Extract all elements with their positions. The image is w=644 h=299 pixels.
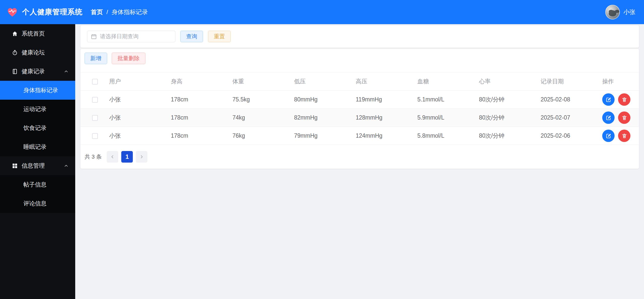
table-cell: 119mmHg — [356, 91, 417, 109]
app-header: 个人健康管理系统 首页 / 身体指标记录 小张 — [0, 0, 644, 24]
chevron-up-icon — [64, 69, 69, 74]
reset-button[interactable]: 重置 — [208, 31, 231, 42]
pagination-total: 共 3 条 — [85, 153, 102, 161]
row-actions-cell — [602, 109, 639, 127]
sidebar-item-label: 帖子信息 — [23, 181, 47, 189]
sidebar-item-label: 睡眠记录 — [23, 143, 47, 151]
main-content: 请选择日期查询 查询 重置 新增 批量删除 用户 身高 体重 — [80, 25, 639, 169]
sidebar-item-diet-records[interactable]: 饮食记录 — [0, 119, 75, 137]
sidebar-item-home[interactable]: 系统首页 — [0, 24, 75, 43]
sidebar-item-label: 系统首页 — [22, 30, 45, 38]
sidebar-item-label: 饮食记录 — [23, 124, 47, 132]
add-button[interactable]: 新增 — [85, 53, 107, 64]
batch-delete-button[interactable]: 批量删除 — [112, 53, 145, 64]
sidebar-item-forum[interactable]: 健康论坛 — [0, 43, 75, 62]
app-logo: 个人健康管理系统 — [0, 6, 83, 18]
sidebar-item-label: 身体指标记录 — [23, 86, 58, 94]
column-header-weight: 体重 — [232, 72, 294, 91]
edit-button[interactable] — [602, 93, 615, 106]
pagination: 共 3 条 1 — [80, 145, 639, 169]
table-cell: 80次/分钟 — [479, 91, 541, 109]
grid-icon — [12, 163, 18, 169]
row-select-cell — [80, 127, 109, 145]
table-cell: 80mmHg — [294, 91, 356, 109]
table-cell: 178cm — [171, 109, 232, 127]
delete-button[interactable] — [618, 130, 630, 142]
row-actions-cell — [602, 127, 639, 145]
health-records-submenu: 身体指标记录 运动记录 饮食记录 睡眠记录 — [0, 81, 75, 156]
query-button[interactable]: 查询 — [180, 31, 203, 42]
sidebar-group-info-management[interactable]: 信息管理 — [0, 156, 75, 175]
sidebar-item-label: 运动记录 — [23, 105, 47, 113]
sidebar-item-sleep-records[interactable]: 睡眠记录 — [0, 137, 75, 156]
chevron-up-icon — [64, 163, 69, 168]
app-title: 个人健康管理系统 — [22, 7, 83, 17]
row-select-cell — [80, 91, 109, 109]
chevron-left-icon — [110, 154, 115, 159]
table-cell: 小张 — [109, 109, 171, 127]
table-cell: 5.8mmol/L — [417, 127, 479, 145]
stopwatch-icon — [12, 49, 18, 56]
sidebar-item-label: 健康论坛 — [22, 49, 45, 56]
table-cell: 128mmHg — [356, 109, 417, 127]
chevron-right-icon — [139, 154, 144, 159]
table-cell: 82mmHg — [294, 109, 356, 127]
row-checkbox[interactable] — [92, 97, 98, 103]
table-row: 小张178cm76kg79mmHg124mmHg5.8mmol/L80次/分钟2… — [80, 127, 639, 145]
breadcrumb-home[interactable]: 首页 — [91, 8, 103, 16]
sidebar-item-body-metrics[interactable]: 身体指标记录 — [0, 81, 75, 100]
table-cell: 80次/分钟 — [479, 109, 541, 127]
table-cell: 2025-02-08 — [541, 91, 602, 109]
date-picker-input[interactable]: 请选择日期查询 — [87, 31, 175, 42]
table-cell: 178cm — [171, 127, 232, 145]
table-cell: 5.1mmol/L — [417, 91, 479, 109]
sidebar-item-post-info[interactable]: 帖子信息 — [0, 175, 75, 194]
table-cell: 2025-02-06 — [541, 127, 602, 145]
pagination-prev-button[interactable] — [107, 151, 118, 163]
column-header-heart-rate: 心率 — [479, 72, 541, 91]
table-cell: 5.9mmol/L — [417, 109, 479, 127]
table-cell: 178cm — [171, 91, 232, 109]
breadcrumb-current: 身体指标记录 — [112, 8, 148, 16]
user-avatar[interactable] — [605, 5, 620, 19]
table-cell: 2025-02-07 — [541, 109, 602, 127]
table-cell: 小张 — [109, 127, 171, 145]
column-header-record-date: 记录日期 — [541, 72, 602, 91]
pagination-page-1[interactable]: 1 — [121, 151, 133, 163]
breadcrumb-separator: / — [106, 9, 108, 16]
table-cell: 80次/分钟 — [479, 127, 541, 145]
delete-button[interactable] — [618, 93, 630, 106]
notebook-icon — [12, 68, 18, 75]
delete-button[interactable] — [618, 111, 630, 124]
select-all-checkbox[interactable] — [92, 79, 98, 85]
sidebar-item-exercise-records[interactable]: 运动记录 — [0, 100, 75, 119]
table-cell: 75.5kg — [232, 91, 294, 109]
table-toolbar: 新增 批量删除 — [80, 49, 639, 72]
date-placeholder: 请选择日期查询 — [100, 33, 139, 40]
sidebar: 系统首页 健康论坛 健康记录 身体指标记录 运动记录 饮食记录 — [0, 24, 75, 299]
row-checkbox[interactable] — [92, 115, 98, 121]
table-row: 小张178cm74kg82mmHg128mmHg5.9mmol/L80次/分钟2… — [80, 109, 639, 127]
edit-button[interactable] — [602, 130, 615, 142]
sidebar-group-health-records[interactable]: 健康记录 — [0, 62, 75, 81]
calendar-icon — [91, 33, 97, 40]
table-cell: 74kg — [232, 109, 294, 127]
row-checkbox[interactable] — [92, 133, 98, 139]
sidebar-item-label: 评论信息 — [23, 200, 47, 207]
table-cell: 76kg — [232, 127, 294, 145]
table-row: 小张178cm75.5kg80mmHg119mmHg5.1mmol/L80次/分… — [80, 91, 639, 109]
column-header-blood-sugar: 血糖 — [417, 72, 479, 91]
header-user-area: 小张 — [605, 5, 644, 19]
info-management-submenu: 帖子信息 评论信息 — [0, 175, 75, 213]
edit-button[interactable] — [602, 111, 615, 124]
column-header-actions: 操作 — [602, 72, 639, 91]
column-header-height: 身高 — [171, 72, 232, 91]
sidebar-group-label: 信息管理 — [22, 162, 45, 170]
pagination-next-button[interactable] — [136, 151, 147, 163]
home-icon — [12, 30, 18, 37]
sidebar-item-comment-info[interactable]: 评论信息 — [0, 194, 75, 213]
select-all-cell — [80, 72, 109, 91]
heart-logo-icon — [7, 6, 18, 18]
row-actions-cell — [602, 91, 639, 109]
sidebar-group-label: 健康记录 — [22, 67, 45, 75]
